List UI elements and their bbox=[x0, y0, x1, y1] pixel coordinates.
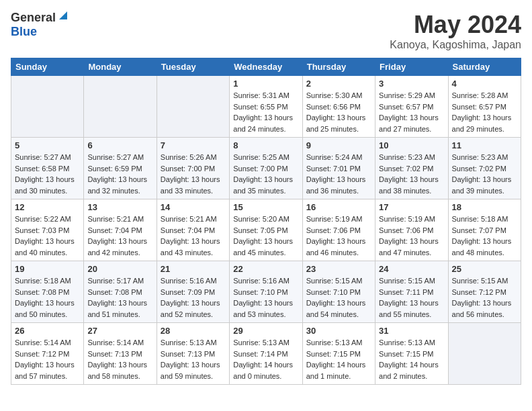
day-number: 4 bbox=[452, 79, 517, 89]
day-number: 7 bbox=[161, 140, 226, 150]
sunrise-text: Sunrise: 5:14 AM bbox=[15, 337, 80, 349]
daylight-text: Daylight: 13 hours and 39 minutes. bbox=[452, 174, 517, 196]
calendar-cell: 28Sunrise: 5:13 AMSunset: 7:13 PMDayligh… bbox=[157, 323, 229, 385]
day-info: Sunrise: 5:13 AMSunset: 7:15 PMDaylight:… bbox=[306, 337, 371, 381]
daylight-text: Daylight: 13 hours and 42 minutes. bbox=[87, 236, 152, 258]
sunrise-text: Sunrise: 5:21 AM bbox=[87, 214, 152, 225]
daylight-text: Daylight: 13 hours and 38 minutes. bbox=[379, 174, 444, 196]
calendar-cell: 24Sunrise: 5:15 AMSunset: 7:11 PMDayligh… bbox=[375, 261, 448, 323]
daylight-text: Daylight: 13 hours and 58 minutes. bbox=[87, 359, 152, 381]
sunset-text: Sunset: 7:12 PM bbox=[15, 349, 80, 360]
daylight-text: Daylight: 13 hours and 52 minutes. bbox=[161, 298, 226, 320]
sunset-text: Sunset: 7:00 PM bbox=[233, 163, 298, 175]
sunset-text: Sunset: 7:12 PM bbox=[452, 287, 517, 298]
day-number: 18 bbox=[452, 202, 517, 212]
sunrise-text: Sunrise: 5:23 AM bbox=[452, 152, 517, 163]
daylight-text: Daylight: 14 hours and 1 minute. bbox=[306, 359, 371, 381]
sunset-text: Sunset: 6:58 PM bbox=[15, 163, 80, 175]
sunrise-text: Sunrise: 5:29 AM bbox=[379, 90, 444, 101]
logo-triangle-icon bbox=[58, 10, 69, 24]
day-info: Sunrise: 5:23 AMSunset: 7:02 PMDaylight:… bbox=[452, 152, 517, 196]
calendar-cell: 20Sunrise: 5:17 AMSunset: 7:08 PMDayligh… bbox=[84, 261, 157, 323]
calendar-cell: 17Sunrise: 5:19 AMSunset: 7:06 PMDayligh… bbox=[375, 199, 448, 261]
day-number: 31 bbox=[379, 326, 444, 336]
day-info: Sunrise: 5:22 AMSunset: 7:03 PMDaylight:… bbox=[15, 214, 80, 258]
calendar-cell: 22Sunrise: 5:16 AMSunset: 7:10 PMDayligh… bbox=[230, 261, 302, 323]
day-info: Sunrise: 5:19 AMSunset: 7:06 PMDaylight:… bbox=[306, 214, 371, 258]
day-number: 28 bbox=[161, 326, 226, 336]
calendar-cell: 29Sunrise: 5:13 AMSunset: 7:14 PMDayligh… bbox=[230, 323, 302, 385]
day-number: 13 bbox=[87, 202, 152, 212]
day-info: Sunrise: 5:24 AMSunset: 7:01 PMDaylight:… bbox=[306, 152, 371, 196]
day-info: Sunrise: 5:25 AMSunset: 7:00 PMDaylight:… bbox=[233, 152, 298, 196]
daylight-text: Daylight: 13 hours and 59 minutes. bbox=[161, 359, 226, 381]
day-info: Sunrise: 5:14 AMSunset: 7:12 PMDaylight:… bbox=[15, 337, 80, 381]
day-number: 24 bbox=[379, 264, 444, 274]
calendar-cell: 5Sunrise: 5:27 AMSunset: 6:58 PMDaylight… bbox=[11, 138, 84, 199]
calendar-cell: 7Sunrise: 5:26 AMSunset: 7:00 PMDaylight… bbox=[157, 138, 229, 199]
col-thursday: Thursday bbox=[302, 58, 375, 76]
col-saturday: Saturday bbox=[448, 58, 521, 76]
calendar-cell: 2Sunrise: 5:30 AMSunset: 6:56 PMDaylight… bbox=[302, 76, 375, 138]
calendar-cell: 12Sunrise: 5:22 AMSunset: 7:03 PMDayligh… bbox=[11, 199, 84, 261]
daylight-text: Daylight: 14 hours and 0 minutes. bbox=[233, 359, 298, 381]
sunrise-text: Sunrise: 5:20 AM bbox=[233, 214, 298, 225]
sunrise-text: Sunrise: 5:27 AM bbox=[87, 152, 152, 163]
day-number: 29 bbox=[233, 326, 298, 336]
sunset-text: Sunset: 7:08 PM bbox=[15, 287, 80, 298]
calendar-cell: 3Sunrise: 5:29 AMSunset: 6:57 PMDaylight… bbox=[375, 76, 448, 138]
calendar-cell: 13Sunrise: 5:21 AMSunset: 7:04 PMDayligh… bbox=[84, 199, 157, 261]
day-info: Sunrise: 5:21 AMSunset: 7:04 PMDaylight:… bbox=[87, 214, 152, 258]
sunset-text: Sunset: 7:15 PM bbox=[306, 349, 371, 360]
day-number: 12 bbox=[15, 202, 80, 212]
day-number: 15 bbox=[233, 202, 298, 212]
day-number: 10 bbox=[379, 140, 444, 150]
day-number: 8 bbox=[233, 140, 298, 150]
calendar-cell bbox=[11, 76, 84, 138]
day-info: Sunrise: 5:16 AMSunset: 7:09 PMDaylight:… bbox=[161, 275, 226, 320]
day-number: 20 bbox=[87, 264, 152, 274]
day-info: Sunrise: 5:18 AMSunset: 7:07 PMDaylight:… bbox=[452, 214, 517, 258]
sunset-text: Sunset: 7:15 PM bbox=[379, 349, 444, 360]
sunset-text: Sunset: 7:11 PM bbox=[379, 287, 444, 298]
sunset-text: Sunset: 7:08 PM bbox=[87, 287, 152, 298]
sunrise-text: Sunrise: 5:18 AM bbox=[15, 275, 80, 287]
day-info: Sunrise: 5:18 AMSunset: 7:08 PMDaylight:… bbox=[15, 275, 80, 320]
day-info: Sunrise: 5:27 AMSunset: 6:58 PMDaylight:… bbox=[15, 152, 80, 196]
daylight-text: Daylight: 13 hours and 27 minutes. bbox=[379, 112, 444, 134]
logo-general-text: General bbox=[11, 11, 56, 25]
calendar-cell: 25Sunrise: 5:15 AMSunset: 7:12 PMDayligh… bbox=[448, 261, 521, 323]
daylight-text: Daylight: 13 hours and 55 minutes. bbox=[379, 298, 444, 320]
day-info: Sunrise: 5:13 AMSunset: 7:14 PMDaylight:… bbox=[233, 337, 298, 381]
day-info: Sunrise: 5:13 AMSunset: 7:13 PMDaylight:… bbox=[161, 337, 226, 381]
daylight-text: Daylight: 13 hours and 29 minutes. bbox=[452, 112, 517, 134]
sunrise-text: Sunrise: 5:27 AM bbox=[15, 152, 80, 163]
day-number: 30 bbox=[306, 326, 371, 336]
day-number: 9 bbox=[306, 140, 371, 150]
daylight-text: Daylight: 13 hours and 53 minutes. bbox=[233, 298, 298, 320]
calendar-cell: 10Sunrise: 5:23 AMSunset: 7:02 PMDayligh… bbox=[375, 138, 448, 199]
logo-blue-text: Blue bbox=[11, 25, 37, 38]
sunset-text: Sunset: 7:04 PM bbox=[87, 225, 152, 236]
day-number: 22 bbox=[233, 264, 298, 274]
calendar-cell: 30Sunrise: 5:13 AMSunset: 7:15 PMDayligh… bbox=[302, 323, 375, 385]
sunset-text: Sunset: 6:56 PM bbox=[306, 101, 371, 113]
col-sunday: Sunday bbox=[11, 58, 84, 76]
day-info: Sunrise: 5:15 AMSunset: 7:10 PMDaylight:… bbox=[306, 275, 371, 320]
day-info: Sunrise: 5:21 AMSunset: 7:04 PMDaylight:… bbox=[161, 214, 226, 258]
sunrise-text: Sunrise: 5:13 AM bbox=[233, 337, 298, 349]
sunset-text: Sunset: 6:59 PM bbox=[87, 163, 152, 175]
day-info: Sunrise: 5:17 AMSunset: 7:08 PMDaylight:… bbox=[87, 275, 152, 320]
calendar-cell: 23Sunrise: 5:15 AMSunset: 7:10 PMDayligh… bbox=[302, 261, 375, 323]
daylight-text: Daylight: 13 hours and 50 minutes. bbox=[15, 298, 80, 320]
sunset-text: Sunset: 7:10 PM bbox=[306, 287, 371, 298]
day-info: Sunrise: 5:23 AMSunset: 7:02 PMDaylight:… bbox=[379, 152, 444, 196]
daylight-text: Daylight: 13 hours and 35 minutes. bbox=[233, 174, 298, 196]
calendar-cell: 4Sunrise: 5:28 AMSunset: 6:57 PMDaylight… bbox=[448, 76, 521, 138]
calendar-cell: 31Sunrise: 5:13 AMSunset: 7:15 PMDayligh… bbox=[375, 323, 448, 385]
sunrise-text: Sunrise: 5:22 AM bbox=[15, 214, 80, 225]
calendar-cell: 19Sunrise: 5:18 AMSunset: 7:08 PMDayligh… bbox=[11, 261, 84, 323]
calendar-cell: 26Sunrise: 5:14 AMSunset: 7:12 PMDayligh… bbox=[11, 323, 84, 385]
sunrise-text: Sunrise: 5:15 AM bbox=[379, 275, 444, 287]
calendar-header-row: Sunday Monday Tuesday Wednesday Thursday… bbox=[11, 58, 521, 76]
